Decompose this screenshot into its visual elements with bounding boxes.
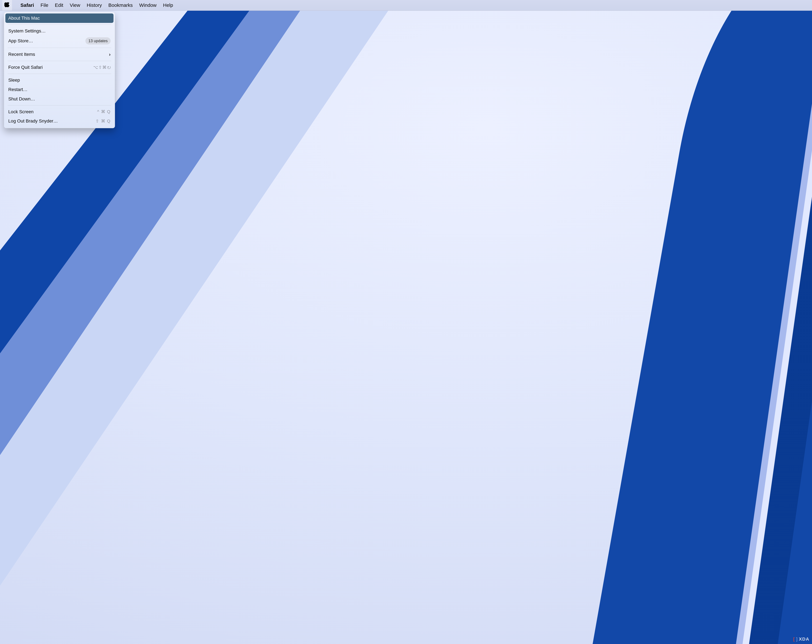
- bracket-right-icon: ]: [796, 636, 798, 642]
- menu-item-label: Recent Items: [8, 51, 35, 58]
- menu-item-label: Restart…: [8, 87, 27, 93]
- chevron-right-icon: ›: [109, 51, 111, 58]
- menu-item-label: System Settings…: [8, 28, 46, 34]
- keyboard-shortcut: ^ ⌘ Q: [97, 109, 111, 114]
- menu-item-log-out[interactable]: Log Out Brady Snyder… ⇧ ⌘ Q: [5, 116, 113, 126]
- desktop-wallpaper: [0, 0, 812, 644]
- xda-watermark: [] XDA: [793, 636, 809, 642]
- keyboard-shortcut: ⌥⇧⌘: [93, 65, 111, 70]
- watermark-text: XDA: [799, 636, 809, 642]
- apple-logo-icon: [5, 2, 10, 9]
- active-app-name[interactable]: Safari: [20, 2, 34, 8]
- menu-separator: [8, 24, 111, 25]
- keyboard-shortcut: ⇧ ⌘ Q: [96, 118, 111, 124]
- menubar: Safari File Edit View History Bookmarks …: [0, 0, 812, 11]
- menu-item-shut-down[interactable]: Shut Down…: [5, 94, 113, 104]
- menubar-item-history[interactable]: History: [87, 2, 102, 8]
- menu-item-label: Lock Screen: [8, 109, 34, 115]
- apple-menu-dropdown: About This Mac System Settings… App Stor…: [4, 12, 115, 128]
- menu-item-label: App Store…: [8, 38, 33, 44]
- menubar-item-bookmarks[interactable]: Bookmarks: [108, 2, 133, 8]
- bracket-left-icon: [: [793, 636, 795, 642]
- menubar-item-edit[interactable]: Edit: [55, 2, 63, 8]
- menubar-item-file[interactable]: File: [40, 2, 48, 8]
- menu-item-about-this-mac[interactable]: About This Mac: [5, 14, 113, 23]
- menu-item-sleep[interactable]: Sleep: [5, 75, 113, 85]
- menu-item-label: About This Mac: [8, 15, 40, 21]
- menu-item-lock-screen[interactable]: Lock Screen ^ ⌘ Q: [5, 107, 113, 117]
- menubar-item-help[interactable]: Help: [163, 2, 173, 8]
- menu-item-label: Sleep: [8, 77, 20, 83]
- menu-item-recent-items[interactable]: Recent Items ›: [5, 49, 113, 59]
- menu-item-system-settings[interactable]: System Settings…: [5, 26, 113, 36]
- menubar-item-view[interactable]: View: [70, 2, 80, 8]
- menu-item-restart[interactable]: Restart…: [5, 85, 113, 94]
- apple-menu-button[interactable]: [2, 0, 12, 11]
- escape-icon: [107, 66, 111, 69]
- updates-badge: 13 updates: [85, 37, 111, 44]
- menu-item-label: Shut Down…: [8, 96, 35, 102]
- menu-item-force-quit[interactable]: Force Quit Safari ⌥⇧⌘: [5, 62, 113, 72]
- menu-item-app-store[interactable]: App Store… 13 updates: [5, 36, 113, 46]
- menu-item-label: Force Quit Safari: [8, 64, 43, 70]
- menubar-item-window[interactable]: Window: [139, 2, 157, 8]
- menu-item-label: Log Out Brady Snyder…: [8, 118, 58, 124]
